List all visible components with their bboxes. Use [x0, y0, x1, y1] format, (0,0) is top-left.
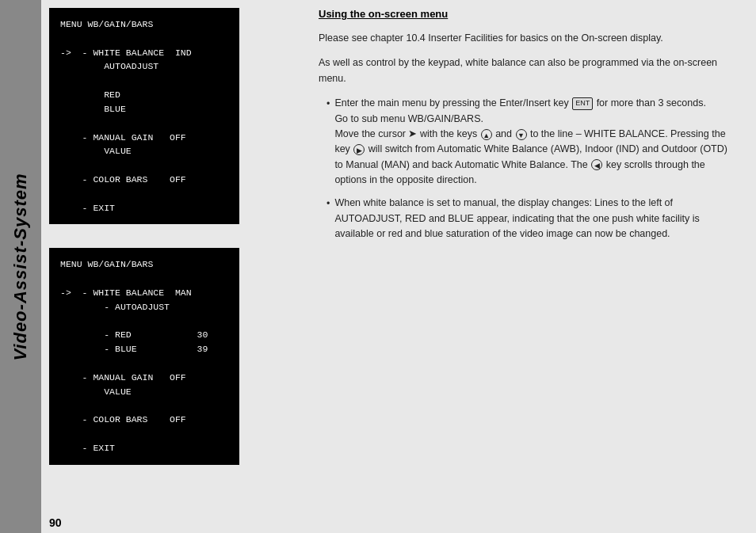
menu1-line-8: - COLOR BARS OFF	[60, 173, 228, 187]
left-column: MENU WB/GAIN/BARS -> - WHITE BALANCE IND…	[41, 0, 295, 512]
menu-screen-2: MENU WB/GAIN/BARS -> - WHITE BALANCE MAN…	[49, 248, 239, 464]
menu1-line-9: - EXIT	[60, 201, 228, 215]
menu1-spacer-5	[60, 187, 228, 201]
menu1-spacer-4	[60, 158, 228, 173]
menu1-spacer-1	[60, 32, 228, 46]
section-title: Using the on-screen menu	[319, 8, 732, 20]
page-number: 90	[49, 516, 62, 529]
menu1-line-2: -> - WHITE BALANCE IND	[60, 46, 228, 60]
menu1-line-1: MENU WB/GAIN/BARS	[60, 17, 228, 32]
bottom-row: 90	[41, 512, 756, 533]
menu1-line-5: BLUE	[60, 102, 228, 116]
right-column: Using the on-screen menu Please see chap…	[295, 0, 756, 512]
bullet-item-1: • Enter the main menu by pressing the En…	[326, 96, 732, 188]
menu1-line-3: AUTOADJUST	[60, 59, 228, 74]
paragraph-1: Please see chapter 10.4 Inserter Facilit…	[319, 31, 732, 46]
menu2-spacer-2	[60, 314, 228, 329]
sidebar: Video-Assist-System	[0, 0, 41, 533]
menu2-spacer-1	[60, 272, 228, 286]
left-arrow-icon: ◀	[591, 159, 602, 170]
menu1-spacer-2	[60, 74, 228, 88]
enter-key-icon: ENT	[572, 97, 593, 110]
menu2-line-3: - AUTOADJUST	[60, 300, 228, 314]
menu1-spacer-3	[60, 116, 228, 131]
menu2-line-5: - BLUE 39	[60, 342, 228, 356]
menu-screen-1: MENU WB/GAIN/BARS -> - WHITE BALANCE IND…	[49, 8, 239, 224]
bullet-text-2: When white balance is set to manual, the…	[334, 196, 732, 242]
menu2-line-4: - RED 30	[60, 328, 228, 342]
menu2-spacer-3	[60, 356, 228, 371]
menu1-line-7: VALUE	[60, 144, 228, 158]
menu2-spacer-5	[60, 427, 228, 441]
menu2-line-8: - COLOR BARS OFF	[60, 413, 228, 427]
bullet-text-1: Enter the main menu by pressing the Ente…	[334, 96, 732, 188]
paragraph-2: As well as control by the keypad, white …	[319, 55, 732, 86]
menu2-line-2: -> - WHITE BALANCE MAN	[60, 286, 228, 300]
menu1-line-4: RED	[60, 88, 228, 102]
bullet-item-2: • When white balance is set to manual, t…	[326, 196, 732, 242]
sidebar-label: Video-Assist-System	[10, 173, 31, 360]
bullet-dot-1: •	[326, 97, 330, 188]
menu2-line-6: - MANUAL GAIN OFF	[60, 371, 228, 385]
down-arrow-icon: ▼	[516, 129, 527, 140]
menu2-line-9: - EXIT	[60, 441, 228, 455]
bullet-list: • Enter the main menu by pressing the En…	[326, 96, 732, 242]
up-arrow-icon: ▲	[481, 129, 492, 140]
bullet-dot-2: •	[326, 196, 330, 242]
menu1-line-6: - MANUAL GAIN OFF	[60, 131, 228, 145]
menu2-spacer-4	[60, 399, 228, 413]
menu2-line-7: VALUE	[60, 385, 228, 399]
right-arrow-icon: ▶	[353, 144, 365, 155]
menu2-line-1: MENU WB/GAIN/BARS	[60, 257, 228, 272]
